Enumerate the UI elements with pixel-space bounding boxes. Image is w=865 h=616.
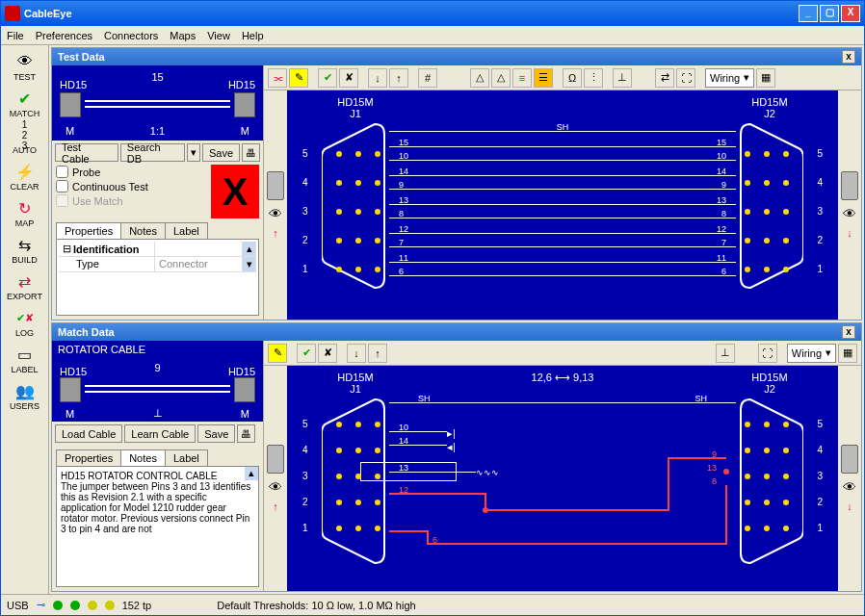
search-db-button[interactable]: Search DB: [120, 143, 185, 162]
probe-checkbox[interactable]: [56, 166, 68, 178]
auto-icon: 123: [12, 124, 39, 145]
tb-x-icon[interactable]: ✘: [339, 68, 358, 88]
j2-label: HD15M: [751, 96, 787, 108]
match-panel-title: Match Data: [58, 326, 115, 338]
sidebar-export[interactable]: ⇄EXPORT: [4, 269, 46, 303]
match-j1-connector: [322, 395, 389, 568]
tb-expand-icon[interactable]: ⛶: [676, 68, 695, 88]
menu-view[interactable]: View: [207, 30, 230, 41]
mtb-more-icon[interactable]: ▦: [838, 344, 857, 363]
mtb-highlight-icon[interactable]: ✎: [268, 344, 287, 363]
sidebar-test[interactable]: 👁TEST: [4, 49, 46, 84]
match-panel-close[interactable]: x: [842, 325, 855, 339]
save-button[interactable]: Save: [202, 143, 240, 162]
tb-delta2-icon[interactable]: △: [491, 68, 511, 88]
notes-scroll-up[interactable]: ▴: [245, 467, 258, 480]
tb-lines-icon[interactable]: ≡: [512, 68, 532, 88]
test-data-panel: Test Data x 15 HD15 HD15 1:1 M M: [51, 47, 862, 321]
menu-help[interactable]: Help: [242, 30, 264, 41]
search-db-dropdown[interactable]: ▾: [187, 143, 200, 162]
mtb-expand-icon[interactable]: ⛶: [758, 344, 777, 363]
log-icon: ✔✘: [12, 307, 39, 328]
sidebar-label[interactable]: ▭LABEL: [4, 342, 46, 376]
maximize-button[interactable]: ▢: [820, 5, 839, 22]
expand-icon[interactable]: ⊟: [63, 243, 71, 255]
tb-check-icon[interactable]: ✔: [318, 68, 337, 88]
status-port: USB: [7, 600, 29, 611]
view-mode-dropdown[interactable]: Wiring▾: [705, 68, 754, 88]
svg-point-1: [723, 469, 729, 475]
scroll-down[interactable]: ▾: [243, 257, 256, 271]
menu-connectors[interactable]: Connectors: [104, 30, 158, 41]
menu-maps[interactable]: Maps: [170, 30, 196, 41]
tb-omega-icon[interactable]: Ω: [563, 68, 582, 88]
mtb-cap-icon[interactable]: ⊥: [716, 344, 735, 363]
load-cable-button[interactable]: Load Cable: [55, 424, 122, 443]
mtb-check-icon[interactable]: ✔: [297, 344, 316, 363]
match-tab-notes[interactable]: Notes: [120, 449, 166, 466]
row-1: 1: [302, 264, 308, 274]
minimize-button[interactable]: _: [799, 5, 818, 22]
properties-grid: ⊟ Identification▴ TypeConnector▾: [56, 239, 259, 316]
led-4: [105, 601, 115, 610]
tb-marks-icon[interactable]: ⋮: [584, 68, 603, 88]
continuous-checkbox[interactable]: [56, 180, 68, 192]
left-arrow-icon[interactable]: ↑: [273, 227, 278, 239]
learn-cable-button[interactable]: Learn Cable: [124, 424, 196, 443]
left-eye-icon[interactable]: 👁: [269, 206, 282, 221]
tb-up-icon[interactable]: ↑: [389, 68, 408, 88]
sidebar-match[interactable]: ✔MATCH: [4, 86, 46, 120]
tb-down-icon[interactable]: ↓: [368, 68, 387, 88]
mtb-down-icon[interactable]: ↓: [347, 344, 366, 363]
tb-bars-icon[interactable]: ☰: [534, 68, 553, 88]
sidebar-users[interactable]: 👥USERS: [4, 378, 46, 413]
prop-value: Connector: [155, 257, 243, 271]
sidebar-auto[interactable]: 123AUTO: [4, 122, 46, 157]
match-save-button[interactable]: Save: [197, 424, 235, 443]
right-arrow-icon[interactable]: ↓: [847, 227, 852, 239]
tb-connector-icon[interactable]: ⫘: [268, 68, 287, 88]
statusbar: USB ⊸ 152 tp Default Thresholds: 10 Ω lo…: [1, 594, 864, 615]
sidebar-build[interactable]: ⇆BUILD: [4, 232, 46, 267]
tb-more-icon[interactable]: ▦: [756, 68, 775, 88]
right-eye-icon[interactable]: 👁: [843, 206, 856, 221]
close-button[interactable]: X: [841, 5, 860, 22]
window-title: CableEye: [24, 8, 797, 19]
test-wiring-diagram[interactable]: 👁 ↑ 👁 ↓ HD15MJ1 HD15MJ2 5: [264, 90, 861, 320]
tab-notes[interactable]: Notes: [120, 222, 166, 239]
tb-delta-icon[interactable]: △: [470, 68, 489, 88]
left-sidebar: 👁TEST ✔MATCH 123AUTO ⚡CLEAR ↻MAP ⇆BUILD …: [1, 45, 49, 594]
tb-hash-icon[interactable]: #: [418, 68, 437, 88]
scroll-up[interactable]: ▴: [243, 242, 256, 256]
mini-right-gender: M: [241, 125, 249, 137]
match-view-dropdown[interactable]: Wiring▾: [787, 344, 836, 363]
label-icon: ▭: [12, 344, 39, 365]
sidebar-clear[interactable]: ⚡CLEAR: [4, 159, 46, 193]
tb-swap-icon[interactable]: ⇄: [655, 68, 674, 88]
test-panel-title: Test Data: [58, 51, 105, 63]
match-data-panel: Match Data x ROTATOR CABLE 9 HD15 HD15 M…: [51, 322, 862, 592]
tb-cap-icon[interactable]: ⊥: [613, 68, 632, 88]
led-2: [70, 601, 80, 610]
menu-file[interactable]: File: [7, 30, 24, 41]
build-icon: ⇆: [12, 234, 39, 255]
match-tab-properties[interactable]: Properties: [56, 449, 121, 466]
match-tab-label[interactable]: Label: [165, 449, 208, 466]
match-wiring-diagram[interactable]: 👁↑ 👁↓ HD15MJ1 HD15MJ2 12,6 ⟷ 9,13 5 4 3: [264, 366, 861, 591]
mtb-x-icon[interactable]: ✘: [318, 344, 337, 363]
probe-label: Probe: [72, 167, 100, 178]
tab-label[interactable]: Label: [165, 222, 208, 239]
sidebar-log[interactable]: ✔✘LOG: [4, 305, 46, 340]
test-cable-button[interactable]: Test Cable: [55, 143, 118, 162]
print-button[interactable]: 🖶: [242, 143, 260, 162]
notes-textarea[interactable]: [59, 469, 256, 555]
mini-left-conn: HD15: [60, 79, 87, 90]
tab-properties[interactable]: Properties: [56, 222, 121, 239]
mtb-up-icon[interactable]: ↑: [368, 344, 387, 363]
left-strip: 👁 ↑: [264, 90, 287, 320]
match-print-button[interactable]: 🖶: [237, 424, 255, 443]
test-panel-close[interactable]: x: [842, 50, 855, 64]
tb-highlight-icon[interactable]: ✎: [289, 68, 308, 88]
sidebar-map[interactable]: ↻MAP: [4, 195, 46, 230]
menu-preferences[interactable]: Preferences: [36, 30, 92, 41]
